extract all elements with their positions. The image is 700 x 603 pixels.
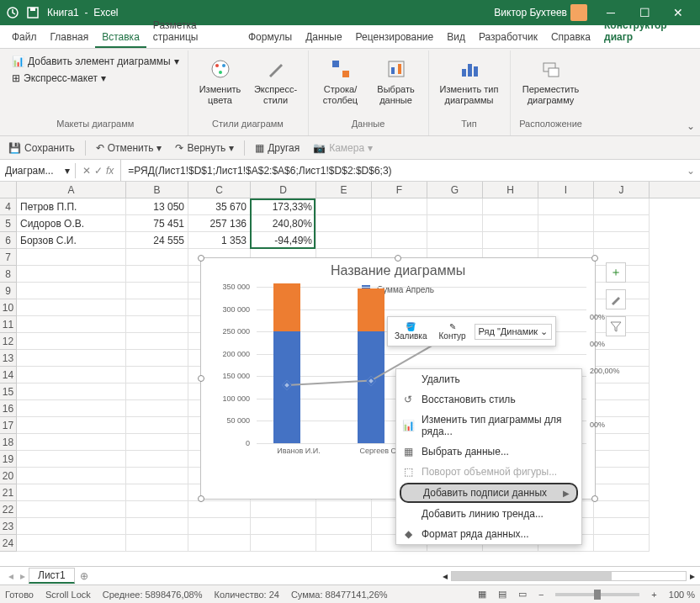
cell[interactable] xyxy=(126,299,188,316)
cell[interactable] xyxy=(316,518,372,535)
cell[interactable] xyxy=(538,232,594,249)
col-header[interactable]: J xyxy=(594,182,650,198)
cell[interactable] xyxy=(17,283,126,299)
ctx-delete[interactable]: Удалить xyxy=(396,369,581,389)
qat-undo-button[interactable]: ↶Отменить ▾ xyxy=(93,140,166,156)
cell[interactable]: 1 353 xyxy=(188,232,251,249)
col-header[interactable]: B xyxy=(126,182,188,198)
zoom-slider[interactable] xyxy=(555,593,639,596)
resize-handle[interactable] xyxy=(198,255,204,262)
row-header[interactable]: 17 xyxy=(0,417,17,434)
row-header[interactable]: 4 xyxy=(0,198,17,215)
cell[interactable] xyxy=(17,249,126,266)
express-styles-button[interactable]: Экспресс-стили xyxy=(251,54,301,109)
cell[interactable] xyxy=(17,518,126,535)
ctx-format-series[interactable]: ◆Формат ряда данных... xyxy=(396,524,581,544)
col-header[interactable]: A xyxy=(17,182,126,198)
name-box[interactable]: Диаграм...▾ xyxy=(0,163,76,178)
cell[interactable] xyxy=(372,198,427,215)
cell[interactable] xyxy=(126,535,188,552)
cell[interactable] xyxy=(251,535,316,552)
cell[interactable] xyxy=(594,484,650,501)
row-column-button[interactable]: Строка/столбец xyxy=(316,54,366,109)
tab-review[interactable]: Рецензирование xyxy=(349,28,441,48)
tab-insert[interactable]: Вставка xyxy=(95,28,146,48)
select-data-button[interactable]: Выбрать данные xyxy=(371,54,422,109)
cell[interactable] xyxy=(372,215,427,232)
view-page-icon[interactable]: ▤ xyxy=(498,589,506,600)
cell[interactable] xyxy=(126,367,188,383)
cell[interactable] xyxy=(126,451,188,468)
avatar[interactable] xyxy=(570,4,587,21)
scroll-right[interactable]: ▸ xyxy=(690,570,695,582)
cell[interactable] xyxy=(126,400,188,417)
zoom-in[interactable]: + xyxy=(651,590,656,600)
tab-pagelayout[interactable]: Разметка страницы xyxy=(146,16,241,48)
row-header[interactable]: 19 xyxy=(0,451,17,468)
cell[interactable] xyxy=(126,249,188,266)
cell[interactable] xyxy=(17,468,126,484)
cell[interactable] xyxy=(483,232,538,249)
chart-styles-button[interactable] xyxy=(606,289,626,309)
fx-expand-icon[interactable]: ⌄ xyxy=(681,165,700,177)
series-selector[interactable]: Ряд "Динамик ⌄ xyxy=(475,324,553,340)
cell[interactable] xyxy=(316,215,372,232)
cell[interactable] xyxy=(251,501,316,518)
tab-developer[interactable]: Разработчик xyxy=(472,28,544,48)
cell[interactable] xyxy=(316,198,372,215)
tab-data[interactable]: Данные xyxy=(299,28,348,48)
row-header[interactable]: 21 xyxy=(0,484,17,501)
col-header[interactable]: D xyxy=(251,182,316,198)
row-header[interactable]: 20 xyxy=(0,468,17,484)
chart-filters-button[interactable] xyxy=(606,316,626,336)
enter-icon[interactable]: ✓ xyxy=(94,165,103,177)
cell[interactable] xyxy=(126,468,188,484)
resize-handle[interactable] xyxy=(591,255,598,262)
cell[interactable] xyxy=(594,451,650,468)
move-chart-button[interactable]: Переместить диаграмму xyxy=(517,54,585,109)
cell[interactable] xyxy=(427,198,483,215)
cell[interactable] xyxy=(126,518,188,535)
cell[interactable] xyxy=(427,232,483,249)
cell[interactable] xyxy=(126,434,188,451)
tab-help[interactable]: Справка xyxy=(544,28,597,48)
cell[interactable] xyxy=(126,484,188,501)
cell[interactable] xyxy=(594,518,650,535)
cell[interactable]: Сидоров О.В. xyxy=(17,215,126,232)
row-header[interactable]: 9 xyxy=(0,283,17,299)
scroll-left[interactable]: ◂ xyxy=(443,570,448,582)
resize-handle[interactable] xyxy=(395,255,401,262)
cell[interactable] xyxy=(594,232,650,249)
row-header[interactable]: 10 xyxy=(0,299,17,316)
cell[interactable]: Петров П.П. xyxy=(17,198,126,215)
tab-chart-design[interactable]: Конструктор диагр xyxy=(597,16,695,48)
formula-input[interactable]: =РЯД(Лист1!$D$1;Лист1!$A$2:$A$6;Лист1!$D… xyxy=(121,163,681,178)
zoom-out[interactable]: − xyxy=(538,590,544,600)
cell[interactable] xyxy=(126,283,188,299)
ribbon-collapse-button[interactable]: ⌄ xyxy=(687,120,695,132)
zoom-level[interactable]: 100 % xyxy=(669,590,695,600)
fill-button[interactable]: 🪣 Заливка xyxy=(391,320,431,342)
cell[interactable] xyxy=(17,383,126,400)
select-all-corner[interactable] xyxy=(0,182,17,198)
row-header[interactable]: 23 xyxy=(0,518,17,535)
cell[interactable] xyxy=(17,367,126,383)
sheet-nav-prev[interactable]: ◂ xyxy=(5,570,17,582)
ctx-add-trendline[interactable]: Добавить линию тренда... xyxy=(396,504,581,524)
cell[interactable] xyxy=(126,383,188,400)
change-chart-type-button[interactable]: Изменить тип диаграммы xyxy=(436,54,503,109)
sheet-tab[interactable]: Лист1 xyxy=(29,568,75,584)
cell[interactable] xyxy=(17,535,126,552)
row-header[interactable]: 18 xyxy=(0,434,17,451)
tab-file[interactable]: Файл xyxy=(5,28,44,48)
cell[interactable] xyxy=(483,215,538,232)
cell[interactable] xyxy=(17,451,126,468)
cell[interactable] xyxy=(316,232,372,249)
fx-icon[interactable]: fx xyxy=(106,165,114,177)
cell[interactable] xyxy=(126,350,188,367)
chart-title[interactable]: Название диаграммы xyxy=(201,258,595,283)
cell[interactable] xyxy=(17,501,126,518)
cell[interactable]: 240,80% xyxy=(251,215,316,232)
cell[interactable]: 75 451 xyxy=(126,215,188,232)
cell[interactable]: 173,33% xyxy=(251,198,316,215)
